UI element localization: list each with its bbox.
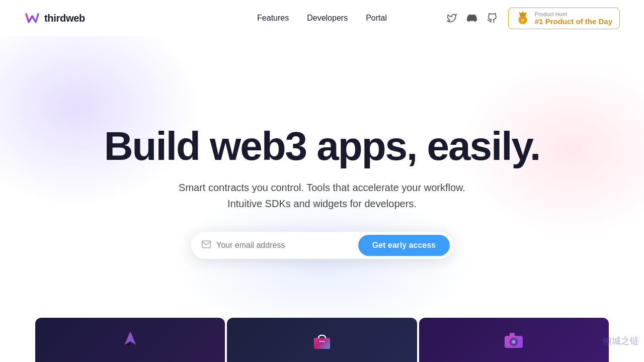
bottom-card-2 — [227, 318, 417, 362]
svg-rect-3 — [314, 338, 330, 349]
hero-subtitle-line1: Smart contracts you control. Tools that … — [179, 182, 465, 193]
nav-developers[interactable]: Developers — [307, 14, 348, 23]
card-2-icon-container — [309, 327, 335, 353]
lens-icon — [503, 331, 525, 349]
logo-icon — [24, 10, 40, 26]
ph-rank-label: #1 Product of the Day — [535, 17, 612, 26]
store-icon — [311, 330, 333, 350]
ph-platform-label: Product Hunt — [535, 11, 612, 17]
svg-rect-9 — [510, 333, 515, 337]
email-input[interactable] — [216, 241, 358, 250]
get-early-access-button[interactable]: Get early access — [358, 235, 450, 256]
logo-text: thirdweb — [44, 13, 85, 24]
navbar: thirdweb Features Developers Portal — [0, 0, 644, 36]
nav-portal[interactable]: Portal — [366, 14, 387, 23]
rocket-icon — [120, 330, 140, 350]
product-hunt-badge[interactable]: P Product Hunt #1 Product of the Day — [508, 8, 620, 29]
email-form: Get early access — [191, 232, 453, 259]
nav-features[interactable]: Features — [257, 14, 289, 23]
medal-icon: P — [516, 11, 530, 25]
bottom-card-3 — [419, 318, 609, 362]
nav-links: Features Developers Portal — [257, 14, 387, 23]
card-1-icon-container — [117, 327, 143, 353]
card-3-icon-container — [501, 327, 527, 353]
github-icon[interactable] — [486, 12, 498, 24]
bottom-card-1 — [35, 318, 225, 362]
bottom-cards — [0, 318, 644, 362]
hero-title: Build web3 apps, easily. — [104, 125, 540, 167]
svg-rect-4 — [319, 341, 325, 342]
svg-point-8 — [513, 341, 515, 343]
hero-subtitle: Smart contracts you control. Tools that … — [179, 179, 465, 212]
social-icons — [446, 12, 498, 24]
hero-section: Build web3 apps, easily. Smart contracts… — [0, 36, 644, 318]
discord-icon[interactable] — [466, 12, 478, 24]
product-hunt-text: Product Hunt #1 Product of the Day — [535, 11, 612, 26]
twitter-icon[interactable] — [446, 12, 458, 24]
mail-icon — [201, 239, 211, 251]
hero-subtitle-line2: Intuitive SDKs and widgets for developer… — [227, 198, 417, 209]
svg-text:P: P — [521, 18, 524, 23]
logo[interactable]: thirdweb — [24, 10, 85, 26]
